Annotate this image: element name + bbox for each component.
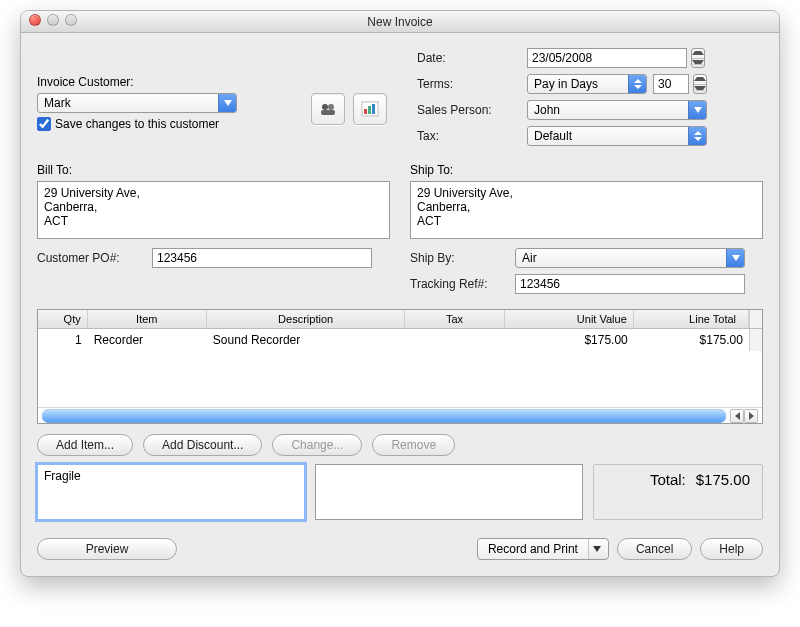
chevron-updown-icon (688, 127, 706, 145)
total-label: Total: (650, 471, 686, 488)
date-label: Date: (417, 51, 527, 65)
tax-label: Tax: (417, 129, 527, 143)
close-button[interactable] (29, 14, 41, 26)
customers-button[interactable] (311, 93, 345, 125)
terms-label: Terms: (417, 77, 527, 91)
table-body[interactable]: 1 Recorder Sound Recorder $175.00 $175.0… (38, 329, 762, 407)
tracking-label: Tracking Ref#: (410, 277, 515, 291)
bill-to-label: Bill To: (37, 163, 390, 177)
note-field-2[interactable] (315, 464, 583, 520)
table-row[interactable]: 1 Recorder Sound Recorder $175.00 $175.0… (38, 329, 762, 351)
date-field[interactable] (527, 48, 687, 68)
window-title: New Invoice (367, 15, 432, 29)
svg-rect-5 (368, 106, 371, 114)
save-changes-input[interactable] (37, 117, 51, 131)
terms-days-field[interactable] (653, 74, 689, 94)
add-item-button[interactable]: Add Item... (37, 434, 133, 456)
cell-description: Sound Recorder (207, 329, 406, 351)
cell-tax (405, 329, 504, 351)
zoom-button[interactable] (65, 14, 77, 26)
line-items-table: Qty Item Description Tax Unit Value Line… (37, 309, 763, 424)
scroll-left-button[interactable] (730, 409, 744, 423)
record-print-select[interactable]: Record and Print (477, 538, 609, 560)
scrollbar-thumb[interactable] (42, 409, 726, 423)
svg-rect-2 (321, 110, 335, 115)
cancel-button[interactable]: Cancel (617, 538, 692, 560)
remove-button[interactable]: Remove (372, 434, 455, 456)
chevron-down-icon (688, 101, 706, 119)
save-changes-label: Save changes to this customer (55, 117, 219, 131)
table-header: Qty Item Description Tax Unit Value Line… (38, 310, 762, 329)
chevron-down-icon (726, 249, 744, 267)
ship-to-label: Ship To: (410, 163, 763, 177)
svg-rect-6 (372, 104, 375, 114)
ship-to-field[interactable]: 29 University Ave, Canberra, ACT (410, 181, 763, 239)
cell-item: Recorder (88, 329, 207, 351)
customer-select-value: Mark (38, 96, 77, 110)
people-icon (319, 102, 337, 116)
chevron-down-icon (588, 539, 606, 559)
cell-qty: 1 (38, 329, 88, 351)
help-button[interactable]: Help (700, 538, 763, 560)
change-button[interactable]: Change... (272, 434, 362, 456)
salesperson-select[interactable]: John (527, 100, 707, 120)
save-changes-checkbox[interactable]: Save changes to this customer (37, 117, 219, 131)
col-qty[interactable]: Qty (38, 310, 88, 328)
svg-point-1 (328, 104, 334, 110)
svg-point-0 (322, 104, 328, 110)
col-tax[interactable]: Tax (405, 310, 504, 328)
window-controls (29, 14, 77, 26)
ship-by-select[interactable]: Air (515, 248, 745, 268)
tracking-field[interactable] (515, 274, 745, 294)
col-item[interactable]: Item (88, 310, 207, 328)
titlebar: New Invoice (21, 11, 779, 33)
scroll-right-button[interactable] (744, 409, 758, 423)
terms-days-stepper[interactable] (693, 74, 707, 94)
col-description[interactable]: Description (207, 310, 406, 328)
tax-select[interactable]: Default (527, 126, 707, 146)
customer-po-label: Customer PO#: (37, 251, 152, 265)
minimize-button[interactable] (47, 14, 59, 26)
date-stepper[interactable] (691, 48, 705, 68)
total-value: $175.00 (696, 471, 750, 488)
window-frame: New Invoice Invoice Customer: Mark Save … (20, 10, 780, 577)
report-button[interactable] (353, 93, 387, 125)
svg-rect-4 (364, 109, 367, 114)
chevron-down-icon (218, 94, 236, 112)
note-field-1[interactable]: Fragile (37, 464, 305, 520)
preview-button[interactable]: Preview (37, 538, 177, 560)
customer-select[interactable]: Mark (37, 93, 237, 113)
customer-po-field[interactable] (152, 248, 372, 268)
total-box: Total: $175.00 (593, 464, 763, 520)
terms-select[interactable]: Pay in Days (527, 74, 647, 94)
salesperson-label: Sales Person: (417, 103, 527, 117)
add-discount-button[interactable]: Add Discount... (143, 434, 262, 456)
chevron-updown-icon (628, 75, 646, 93)
chart-icon (361, 101, 379, 117)
col-unit-value[interactable]: Unit Value (505, 310, 634, 328)
cell-unit-value: $175.00 (505, 329, 634, 351)
invoice-customer-label: Invoice Customer: (37, 75, 387, 89)
cell-line-total: $175.00 (634, 329, 749, 351)
scrollbar-track (749, 310, 762, 328)
horizontal-scrollbar[interactable] (38, 407, 762, 423)
col-line-total[interactable]: Line Total (634, 310, 749, 328)
bill-to-field[interactable]: 29 University Ave, Canberra, ACT (37, 181, 390, 239)
ship-by-label: Ship By: (410, 251, 515, 265)
